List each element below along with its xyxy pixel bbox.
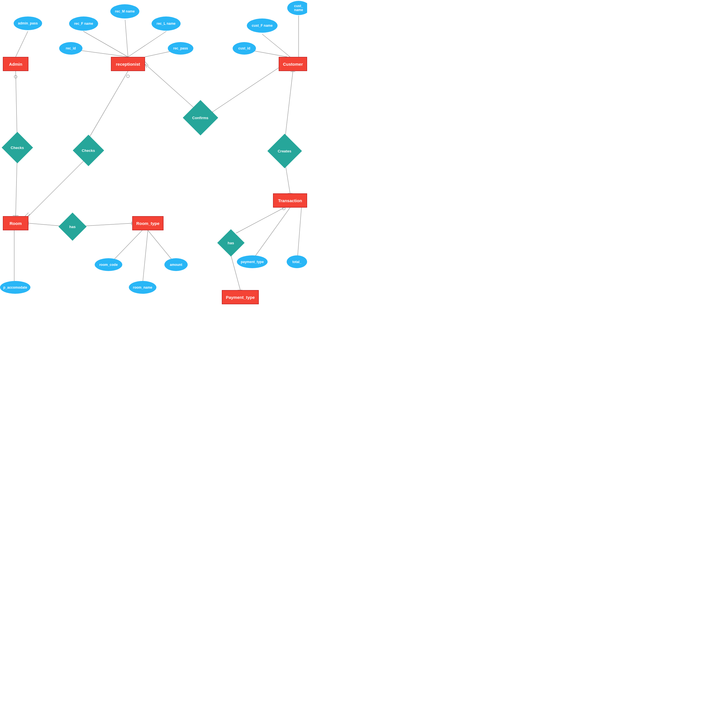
attr-admin-pass: admin_pass — [14, 17, 42, 30]
svg-line-10 — [128, 31, 166, 57]
relationship-confirms: Confirms — [183, 100, 218, 135]
attr-rec-f-name: rec_F name — [69, 17, 98, 31]
svg-line-28 — [285, 71, 293, 139]
svg-point-2 — [14, 75, 17, 78]
svg-line-45 — [251, 208, 290, 262]
svg-point-14 — [127, 75, 129, 78]
entity-room: Room — [3, 216, 28, 230]
attr-rec-pass: rec_pass — [168, 42, 193, 55]
attr-rec-m-name: rec_M name — [110, 4, 139, 18]
svg-line-16 — [28, 159, 85, 216]
svg-line-43 — [142, 230, 148, 288]
svg-line-46 — [297, 208, 301, 262]
entity-room-type: Room_type — [132, 216, 164, 230]
relationship-checks1: Checks — [2, 132, 33, 163]
svg-line-21 — [145, 62, 148, 66]
attr-p-accomodate: p_accomodate — [0, 281, 31, 294]
svg-line-0 — [16, 31, 28, 57]
relationship-has1: has — [58, 213, 87, 241]
svg-line-20 — [145, 64, 199, 112]
er-diagram: Admin receptionist Customer Room Room_ty… — [0, 0, 307, 307]
svg-line-13 — [88, 71, 128, 139]
attr-room-code: room_code — [95, 258, 122, 271]
svg-line-1 — [16, 71, 17, 136]
relationship-creates: Creates — [267, 134, 302, 168]
relationship-has2: has — [217, 229, 245, 257]
svg-line-35 — [28, 223, 63, 226]
attr-amount: amount — [164, 258, 188, 271]
svg-line-38 — [83, 223, 132, 226]
attr-payment-type: payment_type — [237, 255, 268, 268]
entity-receptionist: receptionist — [111, 57, 145, 71]
entity-customer: Customer — [279, 57, 307, 71]
svg-line-22 — [212, 64, 284, 112]
relationship-checks2: Checks — [73, 135, 104, 166]
attr-cust-f-name: cust_F name — [247, 18, 278, 33]
entity-admin: Admin — [3, 57, 28, 71]
attr-rec-id: rec_id — [59, 42, 83, 55]
attr-cust-username: cust_ name — [287, 1, 307, 15]
svg-line-18 — [25, 213, 28, 216]
attr-room-name: room_name — [129, 281, 156, 294]
attr-rec-l-name: rec_L name — [151, 17, 180, 31]
svg-line-9 — [125, 20, 128, 57]
entity-payment-type: Payment_type — [222, 290, 259, 304]
attr-total: total_ — [287, 255, 307, 268]
entity-transaction: Transaction — [273, 193, 307, 208]
svg-line-31 — [285, 164, 290, 193]
attr-cust-id: cust_id — [232, 42, 256, 55]
svg-line-8 — [83, 31, 128, 57]
svg-line-25 — [262, 34, 290, 57]
svg-line-47 — [236, 208, 284, 233]
svg-line-4 — [16, 159, 17, 216]
